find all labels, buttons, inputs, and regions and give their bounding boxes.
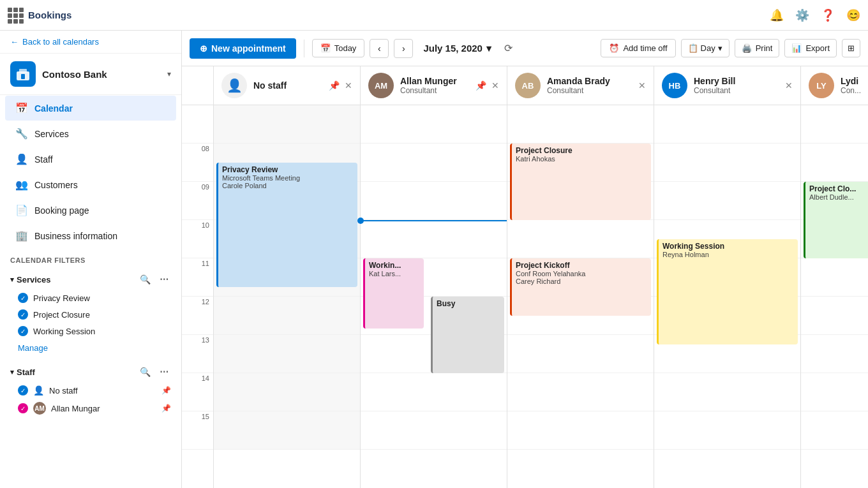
busy-appt[interactable]: Busy bbox=[431, 297, 504, 373]
org-chevron-icon: ▾ bbox=[167, 70, 171, 78]
allan-close-icon[interactable]: ✕ bbox=[491, 80, 499, 91]
more-button[interactable]: ⊞ bbox=[842, 39, 860, 57]
allan-munger-col-header: AM Allan Munger Consultant 📌 ✕ bbox=[361, 66, 507, 105]
sidebar-item-booking-page[interactable]: 📄 Booking page bbox=[5, 198, 176, 223]
sidebar-item-staff-label: Staff bbox=[34, 154, 53, 165]
no-staff-pin-icon: 📌 bbox=[161, 386, 171, 395]
sidebar-item-calendar[interactable]: 📅 Calendar bbox=[5, 96, 176, 121]
time-slot-10: 10 bbox=[182, 220, 213, 258]
sidebar-item-staff[interactable]: 👤 Staff bbox=[5, 147, 176, 172]
amanda-brady-text: Amanda Brady Consultant bbox=[547, 76, 610, 95]
today-button[interactable]: 📅 Today bbox=[312, 39, 365, 57]
staff-search-icon[interactable]: 🔍 bbox=[137, 366, 153, 378]
back-to-calendars-link[interactable]: ← Back to all calendars bbox=[0, 31, 181, 54]
print-button[interactable]: 🖨️ Print bbox=[735, 39, 780, 57]
no-staff-row-15[interactable] bbox=[214, 411, 360, 450]
filter-item-no-staff[interactable]: ✓ 👤 No staff 📌 bbox=[0, 382, 181, 399]
amanda-brady-avatar-lg: AB bbox=[515, 73, 541, 98]
henry-close-icon[interactable]: ✕ bbox=[785, 80, 793, 91]
project-closure-sub: Katri Ahokas bbox=[516, 155, 647, 163]
no-staff-row-12[interactable] bbox=[214, 297, 360, 335]
export-button[interactable]: 📊 Export bbox=[784, 39, 837, 57]
staff-icon: 👤 bbox=[15, 153, 28, 165]
privacy-review-label: Privacy Review bbox=[33, 293, 90, 303]
current-time-line bbox=[361, 220, 507, 221]
working-session-label: Working Session bbox=[33, 327, 95, 336]
working-appt-title: Workin... bbox=[369, 261, 420, 270]
time-slot-11: 11 bbox=[182, 258, 213, 297]
filter-item-allan-mungar[interactable]: ✓ AM Allan Mungar 📌 bbox=[0, 399, 181, 418]
project-closure-lydi-appt[interactable]: Project Clo... Albert Dudle... bbox=[804, 182, 868, 258]
no-staff-label: No staff bbox=[49, 386, 78, 396]
services-search-icon[interactable]: 🔍 bbox=[137, 273, 153, 286]
day-view-button[interactable]: 📋 Day ▾ bbox=[681, 39, 730, 57]
date-label[interactable]: July 15, 2020 ▾ bbox=[418, 40, 497, 57]
services-filter-header[interactable]: ▾ Services 🔍 ⋯ bbox=[0, 269, 181, 290]
no-staff-close-icon[interactable]: ✕ bbox=[345, 80, 352, 91]
org-name: Contoso Bank bbox=[42, 69, 161, 80]
no-staff-info: 👤 No staff bbox=[221, 73, 287, 98]
lydi-text: Lydi Con... bbox=[841, 76, 861, 95]
waffle-icon[interactable] bbox=[8, 8, 23, 23]
allan-mungar-avatar: AM bbox=[33, 402, 46, 415]
help-icon[interactable]: ❓ bbox=[821, 8, 835, 22]
henry-col-actions: ✕ bbox=[785, 80, 793, 91]
services-chevron-icon: ▾ bbox=[10, 276, 14, 284]
allan-pin-icon[interactable]: 📌 bbox=[475, 80, 486, 91]
working-session-henry-appt[interactable]: Working Session Reyna Holman bbox=[657, 239, 798, 344]
manage-link[interactable]: Manage bbox=[0, 339, 181, 357]
no-staff-row-13[interactable] bbox=[214, 335, 360, 373]
new-appointment-button[interactable]: ⊕ New appointment bbox=[190, 38, 296, 59]
no-staff-row-14[interactable] bbox=[214, 373, 360, 411]
privacy-review-sub2: Carole Poland bbox=[222, 182, 354, 189]
staff-day-cols: Privacy Review Microsoft Teams Meeting C… bbox=[214, 105, 868, 488]
refresh-icon[interactable]: ⟳ bbox=[504, 42, 513, 54]
sidebar-item-customers-label: Customers bbox=[34, 180, 78, 190]
add-time-off-button[interactable]: ⏰ Add time off bbox=[601, 39, 675, 57]
time-slot-14: 14 bbox=[182, 373, 213, 411]
no-staff-col-header: 👤 No staff 📌 ✕ bbox=[214, 66, 361, 105]
filter-item-privacy-review[interactable]: ✓ Privacy Review bbox=[0, 290, 181, 306]
prev-date-button[interactable]: ‹ bbox=[370, 39, 389, 58]
sidebar-item-customers[interactable]: 👥 Customers bbox=[5, 172, 176, 197]
lydi-name: Lydi bbox=[841, 76, 861, 86]
top-bar-left: Bookings bbox=[8, 8, 71, 23]
filter-item-working-session[interactable]: ✓ Working Session bbox=[0, 323, 181, 339]
gear-icon[interactable]: ⚙️ bbox=[795, 8, 809, 22]
account-icon[interactable]: 😊 bbox=[846, 8, 860, 22]
project-closure-label: Project Closure bbox=[33, 310, 90, 320]
amanda-close-icon[interactable]: ✕ bbox=[638, 80, 646, 91]
sidebar-nav: 📅 Calendar 🔧 Services 👤 Staff 👥 Customer… bbox=[0, 95, 181, 249]
henry-bill-avatar-lg: HB bbox=[662, 73, 687, 98]
allan-mungar-pin-icon: 📌 bbox=[161, 404, 171, 413]
project-clo-title: Project Clo... bbox=[809, 184, 868, 193]
bell-icon[interactable]: 🔔 bbox=[770, 8, 784, 22]
lydi-role: Con... bbox=[841, 86, 861, 95]
amanda-brady-day-col: Project Closure Katri Ahokas Project Kic… bbox=[507, 105, 654, 488]
sidebar-item-business-info[interactable]: 🏢 Business information bbox=[5, 223, 176, 248]
time-col: 08 09 10 11 12 13 14 15 bbox=[182, 105, 214, 488]
project-kickoff-appt[interactable]: Project Kickoff Conf Room Yelahanka Care… bbox=[510, 258, 651, 316]
sidebar-item-services[interactable]: 🔧 Services bbox=[5, 121, 176, 146]
more-icon: ⊞ bbox=[848, 43, 855, 53]
back-link-label: Back to all calendars bbox=[22, 37, 99, 47]
filter-item-project-closure[interactable]: ✓ Project Closure bbox=[0, 306, 181, 323]
privacy-review-appt[interactable]: Privacy Review Microsoft Teams Meeting C… bbox=[216, 163, 357, 287]
no-staff-icon: 👤 bbox=[33, 385, 44, 396]
staff-filter-header[interactable]: ▾ Staff 🔍 ⋯ bbox=[0, 362, 181, 382]
working-session-henry-title: Working Session bbox=[662, 242, 794, 251]
allan-munger-info: AM Allan Munger Consultant bbox=[368, 73, 457, 98]
allan-munger-text: Allan Munger Consultant bbox=[400, 76, 457, 95]
next-date-button[interactable]: › bbox=[394, 39, 413, 58]
working-session-allan-appt[interactable]: Workin... Kat Lars... bbox=[363, 258, 424, 329]
project-closure-amanda-appt[interactable]: Project Closure Katri Ahokas bbox=[510, 144, 651, 220]
services-more-icon[interactable]: ⋯ bbox=[157, 273, 171, 286]
no-staff-pin-col-icon[interactable]: 📌 bbox=[329, 80, 340, 91]
henry-bill-text: Henry Bill Consultant bbox=[694, 76, 735, 95]
time-slot-09: 09 bbox=[182, 182, 213, 220]
staff-more-icon[interactable]: ⋯ bbox=[157, 366, 171, 378]
sidebar-item-business-info-label: Business information bbox=[34, 231, 117, 241]
org-header[interactable]: Contoso Bank ▾ bbox=[0, 54, 181, 95]
allan-munger-avatar-lg: AM bbox=[368, 73, 394, 98]
no-staff-row-07[interactable] bbox=[214, 105, 360, 144]
